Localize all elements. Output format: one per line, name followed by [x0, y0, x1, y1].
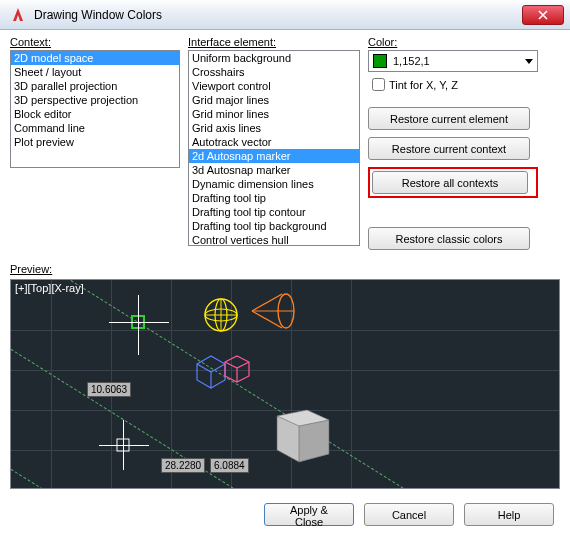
- interface-item[interactable]: Uniform background: [189, 51, 359, 65]
- interface-item[interactable]: 2d Autosnap marker: [189, 149, 359, 163]
- interface-label: Interface element:: [188, 36, 360, 48]
- chevron-down-icon: [525, 59, 533, 64]
- context-item[interactable]: 3D perspective projection: [11, 93, 179, 107]
- color-swatch: [373, 54, 387, 68]
- title-bar: Drawing Window Colors: [0, 0, 570, 30]
- restore-classic-button[interactable]: Restore classic colors: [368, 227, 530, 250]
- interface-item[interactable]: Grid minor lines: [189, 107, 359, 121]
- color-value: 1,152,1: [393, 55, 525, 67]
- coord-badge: 10.6063: [87, 382, 131, 397]
- viewport-label: [+][Top][X-ray]: [15, 282, 84, 294]
- svg-rect-9: [117, 439, 129, 451]
- apply-close-button[interactable]: Apply & Close: [264, 503, 354, 526]
- restore-element-button[interactable]: Restore current element: [368, 107, 530, 130]
- coord-badge: 28.2280: [161, 458, 205, 473]
- restore-context-button[interactable]: Restore current context: [368, 137, 530, 160]
- dialog-content: Context: 2D model spaceSheet / layout3D …: [0, 30, 570, 545]
- context-item[interactable]: Command line: [11, 121, 179, 135]
- cancel-button[interactable]: Cancel: [364, 503, 454, 526]
- wireframe-cube2-icon: [221, 352, 257, 388]
- context-item[interactable]: Block editor: [11, 107, 179, 121]
- interface-item[interactable]: Drafting tool tip background: [189, 219, 359, 233]
- interface-listbox[interactable]: Uniform backgroundCrosshairsViewport con…: [188, 50, 360, 246]
- help-button[interactable]: Help: [464, 503, 554, 526]
- interface-item[interactable]: Control vertices hull: [189, 233, 359, 246]
- app-icon: [8, 5, 28, 25]
- context-listbox[interactable]: 2D model spaceSheet / layout3D parallel …: [10, 50, 180, 168]
- preview-pane: [+][Top][X-ray] 10.6063 28.2280 6.0884: [10, 279, 560, 489]
- solid-cube-icon: [267, 396, 337, 466]
- close-button[interactable]: [522, 5, 564, 25]
- window-title: Drawing Window Colors: [34, 8, 522, 22]
- tint-checkbox-row[interactable]: Tint for X, Y, Z: [372, 78, 538, 91]
- coord-badge: 6.0884: [210, 458, 249, 473]
- tint-label: Tint for X, Y, Z: [389, 79, 458, 91]
- context-item[interactable]: 2D model space: [11, 51, 179, 65]
- interface-item[interactable]: 3d Autosnap marker: [189, 163, 359, 177]
- interface-item[interactable]: Autotrack vector: [189, 135, 359, 149]
- restore-all-button[interactable]: Restore all contexts: [372, 171, 528, 194]
- wireframe-cone-icon: [248, 290, 298, 332]
- button-bar: Apply & Close Cancel Help: [10, 503, 560, 526]
- context-item[interactable]: Plot preview: [11, 135, 179, 149]
- interface-item[interactable]: Drafting tool tip contour: [189, 205, 359, 219]
- context-item[interactable]: Sheet / layout: [11, 65, 179, 79]
- interface-item[interactable]: Grid axis lines: [189, 121, 359, 135]
- tint-checkbox[interactable]: [372, 78, 385, 91]
- context-label: Context:: [10, 36, 180, 48]
- interface-item[interactable]: Crosshairs: [189, 65, 359, 79]
- interface-item[interactable]: Viewport control: [189, 79, 359, 93]
- interface-item[interactable]: Drafting tool tip: [189, 191, 359, 205]
- interface-item[interactable]: Grid major lines: [189, 93, 359, 107]
- interface-item[interactable]: Dynamic dimension lines: [189, 177, 359, 191]
- crosshair-box-icon: [116, 438, 130, 452]
- context-item[interactable]: 3D parallel projection: [11, 79, 179, 93]
- preview-label: Preview:: [10, 263, 560, 275]
- color-dropdown[interactable]: 1,152,1: [368, 50, 538, 72]
- highlight-box: Restore all contexts: [368, 167, 538, 198]
- color-label: Color:: [368, 36, 538, 48]
- wireframe-sphere-icon: [201, 295, 241, 335]
